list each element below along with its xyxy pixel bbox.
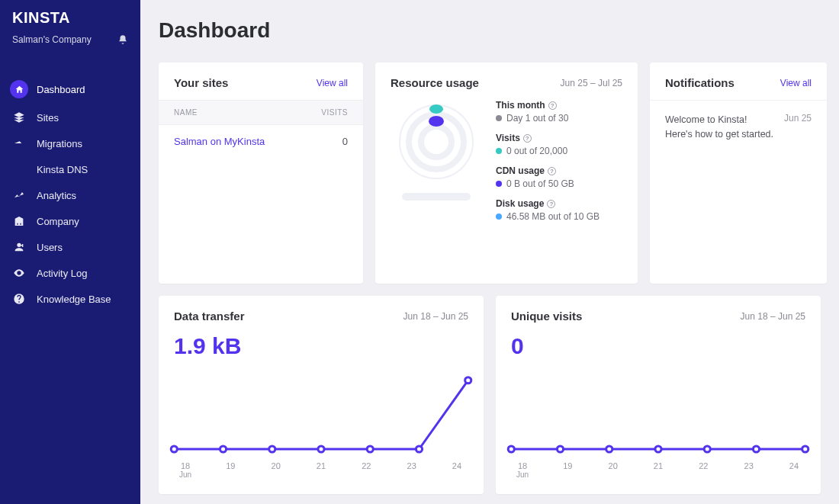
help-icon[interactable]: ? [548, 167, 556, 175]
visits-title: Unique visits [511, 310, 582, 323]
main-content: Dashboard Your sites View all NAME VISIT… [140, 0, 839, 504]
svg-point-16 [704, 446, 710, 452]
transfer-title: Data transfer [174, 310, 245, 323]
sidebar-item-migrations[interactable]: Migrations [0, 130, 140, 156]
resource-usage-card: Resource usage Jun 25 – Jul 25 [375, 63, 638, 284]
nav-label: Sites [37, 112, 59, 124]
svg-point-3 [429, 104, 443, 114]
svg-point-8 [318, 446, 324, 452]
migrations-icon [12, 136, 26, 150]
help-icon[interactable]: ? [548, 101, 557, 110]
metric-this-month: This month? Day 1 out of 30 [496, 100, 622, 124]
dot-icon [496, 115, 502, 121]
col-visits: VISITS [321, 108, 348, 117]
transfer-value: 1.9 kB [159, 333, 484, 365]
usage-title: Resource usage [391, 76, 479, 89]
notif-date: Jun 25 [784, 113, 812, 142]
visits-range: Jun 18 – Jun 25 [741, 311, 805, 322]
visits-value: 0 [496, 333, 821, 365]
bell-icon[interactable] [117, 34, 128, 45]
your-sites-card: Your sites View all NAME VISITS Salman o… [159, 63, 363, 284]
svg-point-4 [429, 116, 444, 127]
sidebar-item-analytics[interactable]: Analytics [0, 182, 140, 208]
col-name: NAME [174, 108, 198, 117]
dashboard-row-2: Data transfer Jun 18 – Jun 25 1.9 kB 18J… [159, 296, 821, 494]
transfer-range: Jun 18 – Jun 25 [403, 311, 468, 322]
users-icon [12, 240, 26, 254]
analytics-icon [12, 188, 26, 202]
help-icon [12, 292, 26, 306]
unique-visits-chart [496, 365, 821, 457]
page-title: Dashboard [159, 18, 821, 43]
sidebar-item-sites[interactable]: Sites [0, 104, 140, 130]
svg-point-7 [269, 446, 275, 452]
site-visits: 0 [342, 136, 348, 147]
nav-label: Kinsta DNS [37, 164, 88, 175]
dot-icon [496, 148, 502, 154]
nav-label: Company [37, 216, 79, 227]
home-icon [10, 80, 28, 98]
notif-view-all-link[interactable]: View all [780, 78, 812, 88]
metric-visits: Visits? 0 out of 20,000 [496, 133, 622, 156]
svg-point-15 [655, 446, 661, 452]
transfer-xaxis: 18Jun192021222324 [159, 457, 484, 479]
svg-point-11 [465, 377, 471, 384]
data-transfer-card: Data transfer Jun 18 – Jun 25 1.9 kB 18J… [159, 296, 484, 494]
metric-disk: Disk usage? 46.58 MB out of 10 GB [496, 198, 622, 222]
notif-message: Welcome to Kinsta! Here's how to get sta… [665, 113, 775, 142]
help-icon[interactable]: ? [547, 200, 555, 208]
data-transfer-chart [159, 365, 484, 457]
notif-title: Notifications [665, 76, 735, 89]
notifications-card: Notifications View all Welcome to Kinsta… [650, 63, 827, 284]
metric-cdn: CDN usage? 0 B out of 50 GB [496, 165, 622, 189]
sidebar-item-dashboard[interactable]: Dashboard [0, 74, 140, 104]
svg-point-18 [802, 446, 808, 452]
sidebar-item-activity[interactable]: Activity Log [0, 260, 140, 286]
visits-xaxis: 18Jun192021222324 [496, 457, 821, 479]
sidebar: KINSTA Salman's Company Dashboard Sites … [0, 0, 140, 504]
sidebar-item-users[interactable]: Users [0, 234, 140, 260]
svg-point-17 [753, 446, 759, 452]
site-name: Salman on MyKinsta [174, 136, 265, 147]
sites-title: Your sites [174, 76, 228, 89]
dashboard-row-1: Your sites View all NAME VISITS Salman o… [159, 63, 821, 284]
dns-icon [12, 162, 26, 176]
svg-point-13 [557, 446, 563, 452]
sites-table-head: NAME VISITS [159, 100, 363, 125]
layers-icon [12, 111, 26, 124]
svg-point-14 [606, 446, 612, 452]
eye-icon [12, 266, 26, 280]
nav-label: Dashboard [37, 84, 85, 95]
svg-point-6 [220, 446, 226, 452]
brand-logo: KINSTA [0, 9, 140, 31]
unique-visits-card: Unique visits Jun 18 – Jun 25 0 18Jun192… [496, 296, 821, 494]
svg-point-9 [367, 446, 373, 452]
company-name: Salman's Company [12, 34, 92, 45]
usage-range: Jun 25 – Jul 25 [561, 78, 622, 88]
nav-label: Migrations [37, 138, 82, 149]
notification-item[interactable]: Welcome to Kinsta! Here's how to get sta… [665, 104, 812, 142]
company-icon [12, 214, 26, 228]
svg-point-2 [421, 127, 452, 157]
dot-icon [496, 181, 502, 187]
sidebar-nav: Dashboard Sites Migrations Kinsta DNS An… [0, 74, 140, 312]
loading-skeleton [402, 193, 471, 201]
help-icon[interactable]: ? [523, 134, 532, 143]
usage-donut-icon [394, 100, 478, 184]
site-row[interactable]: Salman on MyKinsta 0 [159, 125, 363, 158]
nav-label: Activity Log [37, 268, 87, 279]
dot-icon [496, 213, 502, 220]
nav-label: Users [37, 242, 63, 253]
nav-label: Analytics [37, 190, 76, 201]
sites-view-all-link[interactable]: View all [317, 78, 348, 88]
sidebar-item-knowledge[interactable]: Knowledge Base [0, 286, 140, 312]
company-selector[interactable]: Salman's Company [0, 31, 140, 56]
svg-point-12 [508, 446, 514, 452]
nav-label: Knowledge Base [37, 294, 111, 305]
sidebar-item-company[interactable]: Company [0, 208, 140, 234]
svg-point-5 [171, 446, 177, 452]
svg-point-10 [416, 446, 422, 452]
sidebar-item-dns[interactable]: Kinsta DNS [0, 156, 140, 182]
